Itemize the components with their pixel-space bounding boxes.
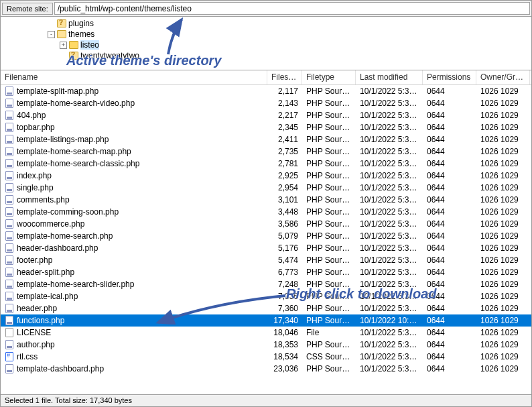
file-name: topbar.php	[17, 123, 55, 132]
file-name: footer.php	[17, 255, 52, 265]
php-file-icon	[5, 316, 14, 325]
file-permissions: 0644	[423, 86, 476, 96]
php-file-icon	[5, 364, 14, 373]
folder-icon	[68, 40, 79, 50]
file-modified: 10/1/2022 5:35:...	[356, 255, 423, 265]
file-owner: 1026 1029	[476, 147, 530, 156]
php-file-icon	[5, 99, 14, 108]
php-file-icon	[5, 195, 14, 205]
file-modified: 10/1/2022 5:35:...	[356, 183, 423, 192]
file-size: 18,353	[267, 340, 302, 349]
file-type: PHP Sourc...	[302, 292, 356, 301]
file-permissions: 0644	[423, 304, 476, 313]
file-row[interactable]: template-home-search-map.php2,735PHP Sou…	[1, 146, 531, 158]
file-type: PHP Sourc...	[302, 135, 356, 144]
file-row[interactable]: header-dashboard.php5,176PHP Sourc...10/…	[1, 242, 531, 254]
file-row[interactable]: woocommerce.php3,586PHP Sourc...10/1/202…	[1, 218, 531, 230]
tree-toggle-icon[interactable]: -	[48, 31, 55, 38]
file-row[interactable]: comments.php3,101PHP Sourc...10/1/2022 5…	[1, 194, 531, 206]
file-permissions: 0644	[423, 255, 476, 265]
col-modified[interactable]: Last modified	[356, 70, 423, 84]
file-size: 5,176	[267, 243, 302, 253]
file-modified: 10/1/2022 5:35:...	[356, 171, 423, 180]
file-row[interactable]: template-split-map.php2,117PHP Sourc...1…	[1, 85, 531, 97]
file-permissions: 0644	[423, 207, 476, 217]
file-row[interactable]: 404.php2,217PHP Sourc...10/1/2022 5:35:.…	[1, 109, 531, 121]
file-row[interactable]: template-ical.php7,336PHP Sourc...10/1/2…	[1, 290, 531, 302]
file-size: 17,340	[267, 316, 302, 325]
file-name: single.php	[17, 183, 54, 192]
file-size: 7,360	[267, 304, 302, 313]
file-row[interactable]: header-split.php6,773PHP Sourc...10/1/20…	[1, 266, 531, 278]
file-name: header-split.php	[17, 268, 74, 277]
php-file-icon	[5, 135, 14, 144]
file-row[interactable]: rtl.css18,534CSS Sourc...10/1/2022 5:35:…	[1, 351, 531, 363]
file-row[interactable]: template-comming-soon.php3,448PHP Sourc.…	[1, 206, 531, 218]
file-owner: 1026 1029	[476, 352, 530, 361]
file-permissions: 0644	[423, 231, 476, 241]
file-type: PHP Sourc...	[302, 123, 356, 132]
file-row[interactable]: topbar.php2,345PHP Sourc...10/1/2022 5:3…	[1, 121, 531, 133]
tree-item-themes[interactable]: -themes	[3, 29, 529, 40]
file-row[interactable]: single.php2,954PHP Sourc...10/1/2022 5:3…	[1, 182, 531, 194]
file-size: 2,925	[267, 171, 302, 180]
col-owner[interactable]: Owner/Group	[476, 70, 530, 84]
remote-directory-tree[interactable]: plugins-themes+listeotwentytwentytwo	[1, 17, 531, 70]
file-row[interactable]: index.php2,925PHP Sourc...10/1/2022 5:35…	[1, 170, 531, 182]
file-modified: 10/1/2022 5:35:...	[356, 304, 423, 313]
file-row[interactable]: LICENSE18,046File10/1/2022 5:35:...06441…	[1, 327, 531, 339]
tree-item-plugins[interactable]: plugins	[3, 18, 529, 29]
col-filename[interactable]: Filename	[1, 70, 267, 84]
file-row[interactable]: footer.php5,474PHP Sourc...10/1/2022 5:3…	[1, 254, 531, 266]
file-size: 5,474	[267, 255, 302, 265]
file-modified: 10/1/2022 5:35:...	[356, 352, 423, 361]
file-name: rtl.css	[17, 352, 38, 361]
col-filesize[interactable]: Filesize	[267, 70, 302, 84]
remote-path-input[interactable]	[54, 2, 530, 15]
col-filetype[interactable]: Filetype	[302, 70, 356, 84]
tree-toggle-icon[interactable]: +	[60, 42, 67, 49]
file-size: 2,411	[267, 135, 302, 144]
file-name: LICENSE	[17, 328, 51, 337]
file-row[interactable]: template-home-search-classic.php2,781PHP…	[1, 158, 531, 170]
file-row[interactable]: functions.php17,340PHP Sourc...10/1/2022…	[1, 314, 531, 327]
file-owner: 1026 1029	[476, 111, 530, 120]
file-name: author.php	[17, 340, 55, 349]
file-permissions: 0644	[423, 159, 476, 168]
file-list-header[interactable]: Filename Filesize Filetype Last modified…	[1, 70, 531, 85]
file-permissions: 0644	[423, 340, 476, 349]
file-size: 5,079	[267, 231, 302, 241]
file-owner: 1026 1029	[476, 243, 530, 253]
file-type: PHP Sourc...	[302, 171, 356, 180]
folder-icon	[68, 51, 79, 60]
file-row[interactable]: author.php18,353PHP Sourc...10/1/2022 5:…	[1, 339, 531, 351]
file-row[interactable]: template-dashboard.php23,036PHP Sourc...…	[1, 363, 531, 375]
file-type: PHP Sourc...	[302, 147, 356, 156]
file-row[interactable]: header.php7,360PHP Sourc...10/1/2022 5:3…	[1, 302, 531, 314]
tree-item-listeo[interactable]: +listeo	[3, 40, 529, 50]
file-owner: 1026 1029	[476, 340, 530, 349]
file-size: 18,534	[267, 352, 302, 361]
file-name: template-listings-map.php	[17, 135, 109, 144]
file-owner: 1026 1029	[476, 123, 530, 132]
file-row[interactable]: template-home-search.php5,079PHP Sourc..…	[1, 230, 531, 242]
tree-item-twentytwentytwo[interactable]: twentytwentytwo	[3, 50, 529, 61]
generic-file-icon	[5, 328, 14, 337]
file-row[interactable]: template-home-search-slider.php7,248PHP …	[1, 278, 531, 290]
file-owner: 1026 1029	[476, 292, 530, 301]
file-owner: 1026 1029	[476, 268, 530, 277]
file-row[interactable]: template-listings-map.php2,411PHP Sourc.…	[1, 133, 531, 146]
file-row[interactable]: template-home-search-video.php2,143PHP S…	[1, 97, 531, 109]
file-type: CSS Sourc...	[302, 352, 356, 361]
file-size: 2,217	[267, 111, 302, 120]
file-modified: 10/1/2022 5:35:...	[356, 268, 423, 277]
php-file-icon	[5, 231, 14, 241]
file-list[interactable]: Filename Filesize Filetype Last modified…	[1, 70, 531, 394]
php-file-icon	[5, 147, 14, 156]
file-modified: 10/1/2022 5:35:...	[356, 86, 423, 96]
file-modified: 10/1/2022 5:35:...	[356, 135, 423, 144]
file-modified: 10/1/2022 5:35:...	[356, 111, 423, 120]
col-permissions[interactable]: Permissions	[423, 70, 476, 84]
file-type: PHP Sourc...	[302, 195, 356, 205]
file-type: PHP Sourc...	[302, 231, 356, 241]
